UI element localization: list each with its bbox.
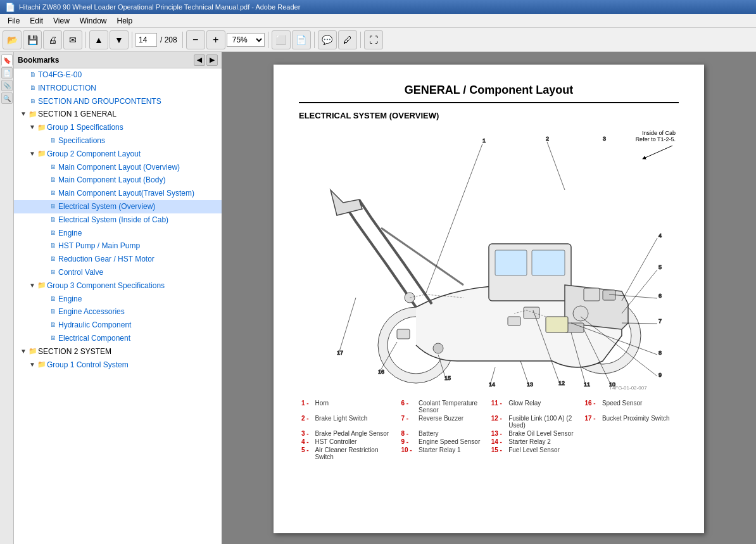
tree-item-group3[interactable]: ▼ 📁 Group 3 Component Specifications	[14, 279, 222, 293]
vtab-page[interactable]: 📄	[1, 67, 13, 79]
tree-item-elec-cab[interactable]: 🗎 Electrical System (Inside of Cab)	[14, 213, 222, 227]
fullscreen-button[interactable]: ⛶	[364, 30, 383, 49]
tree-item-control-valve[interactable]: 🗎 Control Valve	[14, 266, 222, 279]
label-to4fg: TO4FG-E-00	[38, 70, 219, 80]
menu-help[interactable]: Help	[112, 15, 138, 27]
zoom-in-button[interactable]: +	[206, 30, 225, 49]
page-icon-specs1: 🗎	[48, 136, 58, 145]
tree-item-section2[interactable]: ▼ 📁 SECTION 2 SYSTEM	[14, 345, 222, 358]
label-group2: Group 2 Component Layout	[47, 149, 219, 160]
menu-view[interactable]: View	[48, 15, 75, 27]
tree-item-mlt[interactable]: 🗎 Main Component Layout(Travel System)	[14, 187, 222, 200]
zoom-out-button[interactable]: −	[186, 30, 205, 49]
toggle-group3[interactable]: ▼	[28, 281, 37, 290]
label-elec-cab: Electrical System (Inside of Cab)	[58, 215, 219, 225]
page-icon-elec-comp: 🗎	[48, 334, 58, 343]
pdf-page: GENERAL / Component Layout ELECTRICAL SY…	[274, 65, 704, 533]
tree-item-group1[interactable]: ▼ 📁 Group 1 Specifications	[14, 121, 222, 134]
diagram-note: Inside of Cab Refer to T1-2-5.	[636, 130, 676, 161]
comment-button[interactable]: 💬	[318, 30, 337, 49]
bookmarks-nav: ◀ ▶	[194, 54, 218, 66]
toolbar: 📂 💾 🖨 ✉ ▲ ▼ 14 / 208 − + 75% 50% 100% 12…	[0, 28, 756, 52]
vtab-attach[interactable]: 📎	[1, 80, 13, 91]
page-total-label: / 208	[158, 35, 179, 44]
tree-item-to4fg[interactable]: 🗎 TO4FG-E-00	[14, 68, 222, 82]
svg-rect-7	[495, 250, 527, 275]
tree-item-hydraulic[interactable]: 🗎 Hydraulic Component	[14, 319, 222, 332]
pdf-title: GENERAL / Component Layout	[299, 84, 679, 97]
prev-page-button[interactable]: ▲	[89, 30, 108, 49]
menu-window[interactable]: Window	[75, 15, 112, 27]
tree-item-elec-ov[interactable]: 🗎 Electrical System (Overview)	[14, 200, 222, 213]
markup-button[interactable]: 🖊	[338, 30, 357, 49]
tree-item-elec-comp[interactable]: 🗎 Electrical Component	[14, 332, 222, 345]
svg-rect-16	[508, 317, 520, 326]
tree-item-specs1[interactable]: 🗎 Specifications	[14, 134, 222, 148]
tree-item-engine2[interactable]: 🗎 Engine	[14, 293, 222, 306]
vtab-search[interactable]: 🔍	[1, 92, 13, 104]
bookmarks-next[interactable]: ▶	[206, 54, 218, 66]
tree-item-engine-acc[interactable]: 🗎 Engine Accessories	[14, 305, 222, 319]
folder-icon-group1-control: 📁	[37, 360, 47, 369]
folder-icon-section1: 📁	[28, 110, 38, 118]
fit-width-button[interactable]: ⬜	[272, 30, 291, 49]
next-page-button[interactable]: ▼	[110, 30, 129, 49]
toggle-group2[interactable]: ▼	[28, 149, 37, 158]
toggle-section1[interactable]: ▼	[19, 110, 28, 118]
page-number-input[interactable]: 14	[135, 33, 157, 47]
tree-item-intro[interactable]: 🗎 INTRODUCTION	[14, 82, 222, 95]
svg-text:7: 7	[658, 318, 662, 324]
toggle-reduction	[39, 255, 48, 263]
page-icon-mlo: 🗎	[48, 163, 58, 172]
tree-item-group1-control[interactable]: ▼ 📁 Group 1 Control System	[14, 358, 222, 372]
tree-item-mlo[interactable]: 🗎 Main Component Layout (Overview)	[14, 161, 222, 174]
svg-text:4: 4	[658, 232, 662, 239]
toggle-mlb	[39, 175, 48, 184]
folder-icon-group2: 📁	[37, 149, 47, 158]
toggle-specs1	[39, 136, 48, 145]
tree-item-section-group[interactable]: 🗎 SECTION AND GROUPCONTENTS	[14, 95, 222, 108]
menu-edit[interactable]: Edit	[25, 15, 48, 27]
pdf-content-area[interactable]: GENERAL / Component Layout ELECTRICAL SY…	[222, 52, 756, 544]
tree-item-group2[interactable]: ▼ 📁 Group 2 Component Layout	[14, 148, 222, 161]
page-icon-mlt: 🗎	[48, 189, 58, 198]
print-button[interactable]: 🖨	[43, 30, 62, 49]
label-elec-comp: Electrical Component	[58, 333, 219, 344]
main-area: 🔖 📄 📎 🔍 Bookmarks ◀ ▶ 🗎 TO4FG-E-00	[0, 52, 756, 544]
toggle-elec-comp	[39, 334, 48, 343]
svg-text:1: 1	[482, 137, 486, 144]
app-icon: 📄	[5, 3, 15, 12]
bookmark-tree[interactable]: 🗎 TO4FG-E-00 🗎 INTRODUCTION 🗎 SECTION AN…	[14, 68, 222, 544]
fit-page-button[interactable]: 📄	[292, 30, 311, 49]
label-specs1: Specifications	[58, 136, 219, 146]
svg-rect-10	[584, 288, 600, 301]
page-icon-engine-acc: 🗎	[48, 307, 58, 316]
tree-item-engine1[interactable]: 🗎 Engine	[14, 227, 222, 240]
toggle-section2[interactable]: ▼	[19, 347, 28, 356]
folder-icon-section2: 📁	[28, 347, 38, 356]
label-control-valve: Control Valve	[58, 267, 219, 278]
zoom-select[interactable]: 75% 50% 100% 125%	[227, 33, 265, 47]
toggle-group1-control[interactable]: ▼	[28, 360, 37, 369]
tree-item-section1[interactable]: ▼ 📁 SECTION 1 GENERAL	[14, 108, 222, 121]
email-button[interactable]: ✉	[63, 30, 82, 49]
bookmarks-prev[interactable]: ◀	[194, 54, 205, 66]
tree-item-mlb[interactable]: 🗎 Main Component Layout (Body)	[14, 174, 222, 187]
toolbar-sep-1	[85, 32, 86, 48]
svg-text:8: 8	[658, 350, 662, 356]
diagram-container: Inside of Cab Refer to T1-2-5.	[299, 127, 679, 393]
toggle-engine-acc	[39, 307, 48, 316]
toggle-section-group	[19, 97, 28, 106]
toggle-group1[interactable]: ▼	[28, 123, 37, 132]
tree-item-reduction[interactable]: 🗎 Reduction Gear / HST Motor	[14, 253, 222, 266]
title-bar: 📄 Hitachi ZW80 90 Wheel Loader Operation…	[0, 0, 756, 14]
svg-text:16: 16	[378, 369, 384, 375]
menu-file[interactable]: File	[3, 15, 25, 27]
toggle-engine2	[39, 294, 48, 303]
save-button[interactable]: 💾	[23, 30, 42, 49]
vtab-bookmark[interactable]: 🔖	[1, 54, 13, 66]
tree-item-hst[interactable]: 🗎 HST Pump / Main Pump	[14, 239, 222, 253]
open-button[interactable]: 📂	[3, 30, 22, 49]
toggle-control-valve	[39, 268, 48, 277]
label-mlo: Main Component Layout (Overview)	[58, 162, 219, 173]
